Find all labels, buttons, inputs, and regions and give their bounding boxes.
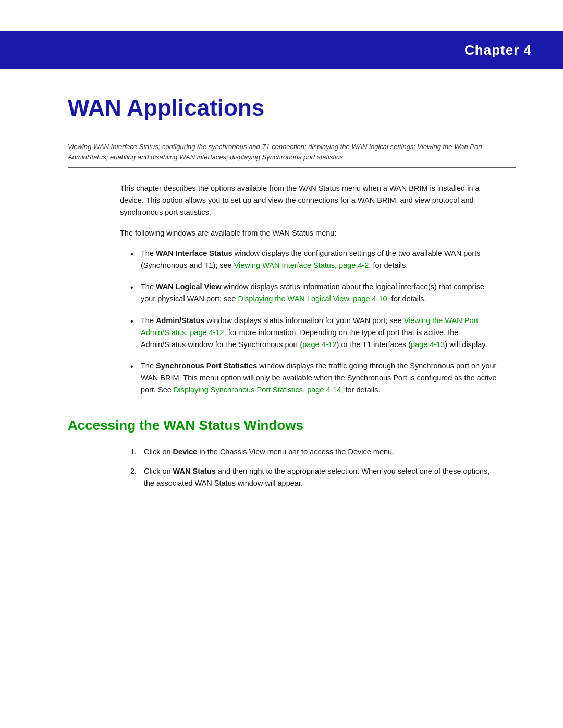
- step-2-bold: WAN Status: [173, 467, 216, 475]
- bullet-item-3-middle: window displays status information for y…: [204, 316, 403, 325]
- bullet-item-3-suffix: ) will display.: [445, 340, 487, 349]
- bullet-item-1-prefix: The: [141, 249, 156, 257]
- bullet-item-1-link: Viewing WAN Interface Status, page 4-2: [234, 261, 369, 269]
- numbered-steps-list: Click on Device in the Chassis View menu…: [130, 446, 500, 490]
- intro-paragraph-1: This chapter describes the options avail…: [120, 182, 500, 219]
- bullet-item-4-bold: Synchronous Port Statistics: [156, 362, 257, 370]
- step-1-suffix: in the Chassis View menu bar to access t…: [197, 448, 394, 456]
- step-2-prefix: Click on: [144, 467, 173, 475]
- numbered-step-2: Click on WAN Status and then right to th…: [130, 465, 500, 489]
- bullet-item-2-suffix: , for details.: [387, 294, 426, 303]
- bullet-item-4-suffix: , for details.: [341, 386, 380, 394]
- bullet-item-1-bold: WAN Interface Status: [156, 249, 232, 257]
- bullet-item-2-bold: WAN Logical View: [156, 282, 221, 291]
- step-1-bold: Device: [173, 448, 198, 456]
- bullet-item-4-link: Displaying Synchronous Port Statistics, …: [174, 386, 341, 394]
- bullet-item-2-link: Displaying the WAN Logical View, page 4-…: [238, 294, 387, 303]
- subtitle-block: Viewing WAN Interface Status; configurin…: [68, 142, 516, 168]
- subtitle-text: Viewing WAN Interface Status; configurin…: [68, 142, 516, 162]
- list-item: The WAN Logical View window displays sta…: [130, 281, 500, 305]
- bullet-item-3-link2: page 4-12: [302, 340, 336, 349]
- section-heading: Accessing the WAN Status Windows: [68, 417, 516, 434]
- bullet-item-2-prefix: The: [141, 282, 156, 291]
- page-title: WAN Applications: [68, 95, 516, 121]
- content-area: WAN Applications Viewing WAN Interface S…: [0, 95, 563, 528]
- numbered-step-1: Click on Device in the Chassis View menu…: [130, 446, 500, 458]
- feature-bullet-list: The WAN Interface Status window displays…: [130, 248, 500, 397]
- bullet-item-3-link3: page 4-13: [411, 340, 445, 349]
- chapter-banner: Chapter 4: [0, 31, 563, 69]
- list-item: The WAN Interface Status window displays…: [130, 248, 500, 272]
- bullet-item-3-bold: Admin/Status: [156, 316, 204, 325]
- list-item: The Admin/Status window displays status …: [130, 315, 500, 351]
- bullet-item-3-prefix: The: [141, 316, 156, 325]
- list-item: The Synchronous Port Statistics window d…: [130, 360, 500, 397]
- bullet-item-1-suffix: , for details.: [369, 261, 408, 269]
- divider: [68, 167, 516, 168]
- chapter-label: Chapter 4: [464, 42, 532, 58]
- bullet-item-4-prefix: The: [141, 362, 156, 370]
- step-1-prefix: Click on: [144, 448, 173, 456]
- intro-paragraph-2: The following windows are available from…: [120, 227, 500, 239]
- page: Chapter 4 WAN Applications Viewing WAN I…: [0, 31, 563, 728]
- bullet-item-3-middle3: ) or the T1 interfaces (: [337, 340, 411, 349]
